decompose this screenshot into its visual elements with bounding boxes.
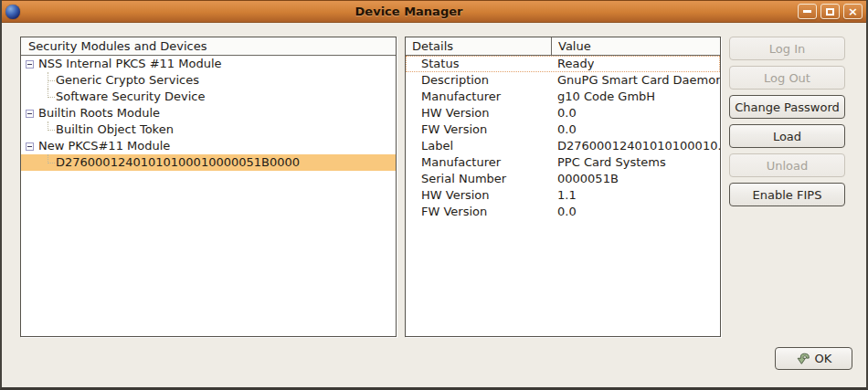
details-row-label: Description (406, 72, 552, 89)
details-row-value: 0.0 (552, 121, 577, 138)
load-button[interactable]: Load (729, 124, 845, 148)
close-button[interactable]: × (843, 4, 863, 19)
tree-item-software-security-device[interactable]: Software Security Device (21, 89, 396, 105)
details-header-row: Details Value (406, 37, 720, 56)
tree-item-label: NSS Internal PKCS #11 Module (37, 56, 222, 72)
details-panel: Details Value Status Ready Description G… (405, 37, 721, 337)
change-password-button[interactable]: Change Password (729, 95, 845, 119)
tree-item-label: Builtin Roots Module (37, 105, 160, 121)
tree-body: NSS Internal PKCS #11 Module Generic Cry… (21, 56, 396, 171)
tree-item-label: Generic Crypto Services (55, 72, 199, 89)
device-manager-window: Device Manager × Security Modules and De… (0, 0, 868, 390)
window-controls: × (798, 4, 863, 19)
details-row-value: D27600012401010100010... (552, 138, 720, 154)
details-row-manufacturer[interactable]: Manufacturer PPC Card Systems (406, 154, 720, 171)
tree-item-builtin-object-token[interactable]: Builtin Object Token (21, 121, 396, 138)
details-row-hw-version[interactable]: HW Version 0.0 (406, 105, 720, 121)
details-row-fw-version[interactable]: FW Version 0.0 (406, 121, 720, 138)
details-row-label[interactable]: Label D27600012401010100010... (406, 138, 720, 154)
details-row-value: 1.1 (552, 187, 577, 204)
minimize-icon (803, 10, 811, 13)
tree-item-builtin-roots-module[interactable]: Builtin Roots Module (21, 105, 396, 121)
details-row-label: HW Version (406, 105, 552, 121)
details-row-label: Manufacturer (406, 154, 552, 171)
details-row-fw-version[interactable]: FW Version 0.0 (406, 204, 720, 220)
minimize-button[interactable] (798, 4, 817, 19)
tree-item-label: Software Security Device (55, 89, 205, 105)
details-row-value: g10 Code GmbH (552, 89, 655, 105)
details-row-value: 0000051B (552, 171, 619, 187)
tree-column-header[interactable]: Security Modules and Devices (21, 37, 396, 56)
tree-item-label: New PKCS#11 Module (37, 138, 170, 154)
details-row-value: 0.0 (552, 204, 577, 220)
details-row-value: 0.0 (552, 105, 577, 121)
security-modules-tree: Security Modules and Devices NSS Interna… (20, 37, 397, 337)
maximize-button[interactable] (820, 4, 840, 19)
details-row-serial-number[interactable]: Serial Number 0000051B (406, 171, 720, 187)
details-row-label: Serial Number (406, 171, 552, 187)
tree-item-label: Builtin Object Token (55, 121, 174, 138)
return-arrow-icon (796, 352, 810, 366)
globe-icon (5, 5, 20, 19)
module-action-buttons: Log InLog OutChange PasswordLoadUnloadEn… (729, 37, 845, 206)
tree-connector-line (42, 72, 55, 89)
tree-item-generic-crypto-services[interactable]: Generic Crypto Services (21, 72, 396, 89)
details-row-label: HW Version (406, 187, 552, 204)
details-row-value: GnuPG Smart Card Daemon (552, 72, 720, 89)
details-column-header[interactable]: Details (406, 37, 552, 55)
details-row-value: Ready (552, 56, 594, 72)
enable-fips-button[interactable]: Enable FIPS (729, 183, 845, 206)
expander-minus-icon[interactable] (26, 110, 34, 118)
details-row-label: Label (406, 138, 552, 154)
window-title: Device Manager (20, 5, 798, 18)
details-row-label: FW Version (406, 121, 552, 138)
details-row-label: FW Version (406, 204, 552, 220)
tree-item-label: D27600012401010100010000051B0000 (55, 154, 300, 171)
tree-connector-line (42, 121, 55, 138)
tree-connector-line (42, 89, 55, 105)
tree-connector-line (42, 154, 55, 171)
ok-button-label: OK (815, 352, 832, 365)
close-icon: × (848, 5, 858, 17)
log-in-button[interactable]: Log In (729, 37, 845, 60)
log-out-button[interactable]: Log Out (729, 66, 845, 90)
details-row-manufacturer[interactable]: Manufacturer g10 Code GmbH (406, 89, 720, 105)
details-row-status[interactable]: Status Ready (406, 56, 720, 72)
expander-minus-icon[interactable] (26, 60, 34, 69)
expander-minus-icon[interactable] (26, 142, 34, 151)
details-row-hw-version[interactable]: HW Version 1.1 (406, 187, 720, 204)
unload-button[interactable]: Unload (729, 153, 845, 177)
value-column-header[interactable]: Value (552, 37, 720, 55)
details-row-label: Manufacturer (406, 89, 552, 105)
titlebar[interactable]: Device Manager × (0, 0, 868, 23)
maximize-icon (826, 8, 834, 16)
tree-item-nss-internal-pkcs-11-module[interactable]: NSS Internal PKCS #11 Module (21, 56, 396, 72)
details-row-value: PPC Card Systems (552, 154, 666, 171)
tree-item-new-pkcs-11-module[interactable]: New PKCS#11 Module (21, 138, 396, 154)
details-body: Status Ready Description GnuPG Smart Car… (406, 56, 720, 220)
ok-button[interactable]: OK (775, 347, 852, 370)
details-row-description[interactable]: Description GnuPG Smart Card Daemon (406, 72, 720, 89)
details-row-label: Status (406, 56, 552, 72)
tree-item-d27600012401010100010000051b0000[interactable]: D27600012401010100010000051B0000 (21, 154, 396, 171)
